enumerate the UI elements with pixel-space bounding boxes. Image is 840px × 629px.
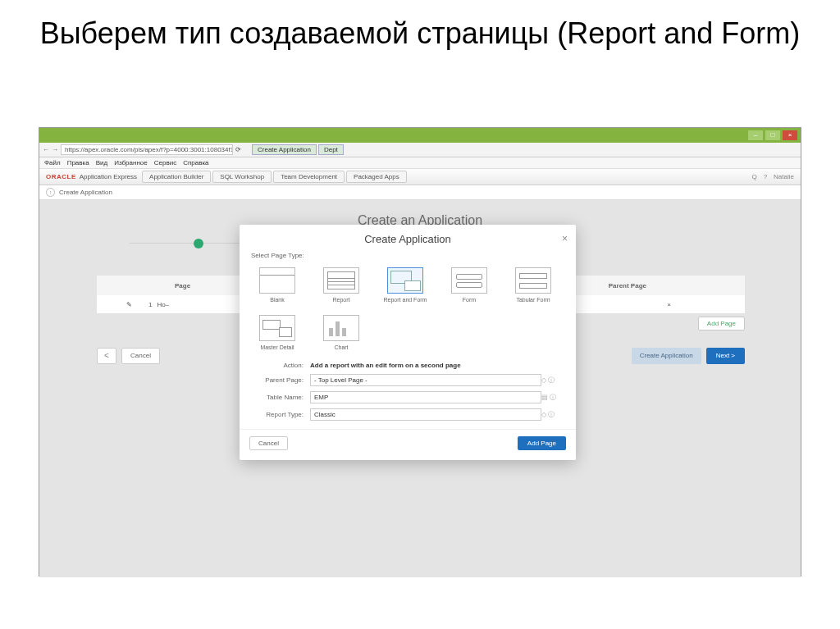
page-type-label: Tabular Form	[516, 297, 550, 303]
close-button[interactable]: ×	[783, 130, 797, 140]
wizard-next-button[interactable]: Next >	[706, 348, 745, 364]
nav-team-dev[interactable]: Team Development	[273, 171, 345, 183]
report-icon	[323, 267, 359, 294]
apex-product-name: Application Express	[80, 173, 137, 180]
tabform-icon	[515, 267, 551, 294]
page-type-label: Master Detail	[260, 344, 294, 351]
menu-favorites[interactable]: Избранное	[114, 159, 148, 166]
master-icon	[259, 315, 295, 341]
page-type-tabular-form[interactable]: Tabular Form	[507, 267, 559, 303]
modal-close-icon[interactable]: ×	[562, 233, 568, 244]
edit-icon[interactable]: ✎	[126, 301, 132, 308]
table-name-helper-icon[interactable]: ▤ ⓘ	[541, 393, 564, 402]
page-type-report-and-form[interactable]: Report and Form	[379, 267, 431, 303]
wizard-cancel-button[interactable]: Cancel	[121, 348, 160, 364]
page-type-label: Report and Form	[384, 297, 427, 303]
breadcrumb-up-icon[interactable]: ↑	[46, 188, 55, 197]
parent-page-helper-icon[interactable]: ◇ ⓘ	[541, 376, 564, 385]
apex-header: ORACLE Application Express Application B…	[39, 169, 801, 185]
search-icon[interactable]: Q	[751, 173, 756, 180]
row-name: Ho	[157, 301, 165, 308]
modal-title: Create Application ×	[240, 225, 576, 250]
wizard-back-button[interactable]: <	[97, 348, 116, 364]
modal-footer: Cancel Add Page	[240, 429, 576, 452]
page-type-label: Chart	[334, 344, 348, 351]
nav-sql-workshop[interactable]: SQL Workshop	[212, 171, 272, 183]
address-bar-row: ← → https://apex.oracle.com/pls/apex/f?p…	[39, 143, 801, 157]
help-icon[interactable]: ?	[764, 173, 767, 180]
report-type-select[interactable]: Classic	[310, 408, 541, 421]
nav-app-builder[interactable]: Application Builder	[142, 171, 211, 183]
page-type-master-detail[interactable]: Master Detail	[251, 315, 304, 351]
chart-icon	[323, 315, 359, 341]
apex-body: Create an Application Page Parent Page ✎…	[39, 200, 801, 577]
back-icon[interactable]: ←	[43, 146, 49, 153]
user-menu[interactable]: Natalie	[774, 173, 794, 180]
table-name-input[interactable]: EMP	[310, 391, 541, 403]
page-type-form[interactable]: Form	[443, 267, 495, 303]
apex-nav: Application Builder SQL Workshop Team De…	[142, 171, 407, 183]
page-type-label: Blank	[270, 297, 285, 303]
breadcrumb: ↑ Create Application	[39, 185, 801, 200]
report-type-label: Report Type:	[251, 411, 310, 418]
col-parent: Parent Page	[609, 282, 646, 289]
table-name-label: Table Name:	[251, 394, 310, 401]
reportform-icon	[387, 267, 423, 294]
row-number: 1	[148, 301, 152, 308]
slide-title: Выберем тип создаваемой страницы (Report…	[0, 0, 840, 60]
modal-cancel-button[interactable]: Cancel	[249, 436, 288, 450]
screenshot-container: – □ × ← → https://apex.oracle.com/pls/ap…	[39, 127, 801, 577]
breadcrumb-text: Create Application	[59, 189, 112, 196]
modal-title-text: Create Application	[364, 233, 451, 245]
action-label: Action:	[251, 362, 310, 369]
page-type-grid: BlankReportReport and FormFormTabular Fo…	[240, 264, 576, 358]
row-parent-dash: –	[166, 301, 169, 308]
form-icon	[451, 267, 487, 294]
blank-icon	[259, 267, 295, 294]
url-input[interactable]: https://apex.oracle.com/pls/apex/f?p=400…	[61, 144, 233, 155]
modal-form: Action: Add a report with an edit form o…	[240, 358, 576, 424]
add-page-button-bg[interactable]: Add Page	[698, 317, 745, 330]
browser-tab-2[interactable]: Dept	[318, 144, 344, 155]
oracle-logo: ORACLE	[46, 173, 76, 180]
refresh-icon[interactable]: ⟳	[235, 146, 241, 153]
menu-help[interactable]: Справка	[183, 159, 208, 166]
nav-packaged-apps[interactable]: Packaged Apps	[346, 171, 407, 183]
menu-edit[interactable]: Правка	[67, 159, 89, 166]
minimize-button[interactable]: –	[748, 130, 763, 140]
modal-subtitle: Select Page Type:	[240, 250, 576, 264]
page-type-blank[interactable]: Blank	[251, 267, 304, 303]
col-page: Page	[175, 282, 190, 289]
menu-view[interactable]: Вид	[96, 159, 107, 166]
page-type-label: Report	[332, 297, 349, 303]
ie-menu-bar: Файл Правка Вид Избранное Сервис Справка	[39, 157, 801, 169]
create-application-modal: Create Application × Select Page Type: B…	[240, 225, 576, 460]
menu-file[interactable]: Файл	[44, 159, 61, 166]
browser-tab-1[interactable]: Create Application	[252, 144, 317, 155]
page-type-label: Form	[463, 297, 476, 303]
maximize-button[interactable]: □	[765, 130, 780, 140]
create-application-button[interactable]: Create Application	[632, 348, 701, 364]
page-type-report[interactable]: Report	[315, 267, 368, 303]
forward-icon[interactable]: →	[52, 146, 58, 153]
menu-tools[interactable]: Сервис	[154, 159, 176, 166]
parent-page-select[interactable]: - Top Level Page -	[310, 374, 541, 386]
action-value: Add a report with an edit form on a seco…	[310, 362, 541, 369]
delete-icon[interactable]: ×	[667, 301, 671, 308]
report-type-helper-icon[interactable]: ◇ ⓘ	[541, 410, 564, 419]
modal-add-page-button[interactable]: Add Page	[518, 436, 566, 450]
step-indicator	[194, 239, 203, 248]
page-type-chart[interactable]: Chart	[315, 315, 368, 351]
parent-page-label: Parent Page:	[251, 376, 310, 384]
window-titlebar: – □ ×	[39, 128, 801, 143]
browser-tabs: Create Application Dept	[252, 144, 344, 155]
